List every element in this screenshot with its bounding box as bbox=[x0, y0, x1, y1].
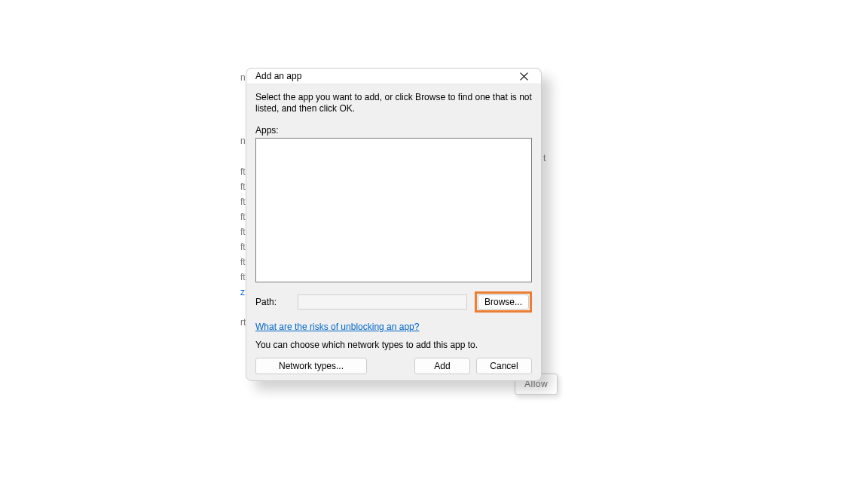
bg-fragment: n bbox=[240, 133, 246, 148]
bg-fragment: ft bbox=[240, 270, 246, 285]
bg-fragment: ft bbox=[240, 209, 246, 224]
titlebar: Add an app bbox=[246, 69, 541, 84]
bg-fragment: t bbox=[543, 151, 546, 166]
risks-link[interactable]: What are the risks of unblocking an app? bbox=[255, 322, 532, 332]
instructions-text: Select the app you want to add, or click… bbox=[255, 92, 532, 114]
close-button[interactable] bbox=[506, 69, 541, 84]
bg-fragment: z bbox=[240, 285, 245, 300]
bg-fragment: ft bbox=[240, 164, 246, 179]
browse-button[interactable]: Browse... bbox=[478, 294, 529, 310]
bg-fragment: ft bbox=[240, 255, 246, 270]
network-types-button[interactable]: Network types... bbox=[255, 358, 367, 374]
add-an-app-dialog: Add an app Select the app you want to ad… bbox=[246, 68, 542, 381]
path-label: Path: bbox=[255, 297, 290, 307]
bg-fragment: ft bbox=[240, 224, 246, 239]
bg-fragment: ft bbox=[240, 194, 246, 209]
browse-highlight-frame: Browse... bbox=[475, 291, 532, 313]
network-types-text: You can choose which network types to ad… bbox=[255, 340, 532, 350]
add-button[interactable]: Add bbox=[414, 358, 470, 374]
dialog-title: Add an app bbox=[255, 71, 506, 81]
apps-label: Apps: bbox=[255, 125, 532, 136]
bg-fragment: n bbox=[240, 70, 246, 85]
bg-fragment: ft bbox=[240, 239, 246, 255]
apps-listbox[interactable] bbox=[255, 138, 532, 282]
cancel-button[interactable]: Cancel bbox=[476, 358, 532, 374]
path-input[interactable] bbox=[298, 294, 467, 310]
bg-fragment: ft bbox=[240, 179, 246, 194]
close-icon bbox=[520, 72, 528, 81]
